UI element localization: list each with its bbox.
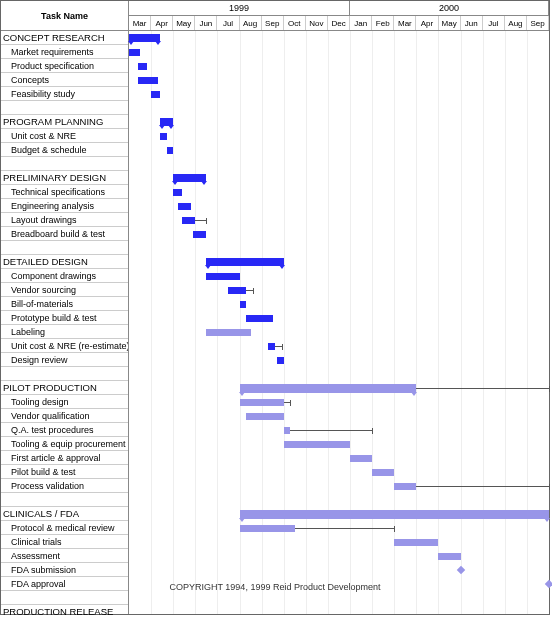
gantt-bar [129, 49, 140, 56]
gantt-bar [167, 147, 174, 154]
gantt-bar [268, 343, 275, 350]
task-row: Layout drawings [1, 213, 128, 227]
month-label: Sep [527, 16, 549, 30]
slack-line [290, 430, 372, 431]
task-row: PRELIMINARY DESIGN [1, 171, 128, 185]
month-label: Aug [240, 16, 262, 30]
spacer-row [1, 241, 128, 255]
gantt-bar [173, 174, 206, 182]
task-row: Engineering analysis [1, 199, 128, 213]
gantt-bar [138, 63, 147, 70]
gantt-bar [240, 510, 549, 519]
gantt-bar [138, 77, 158, 84]
slack-line [275, 346, 282, 347]
copyright-footer: COPYRIGHT 1994, 1999 Reid Product Develo… [1, 582, 549, 592]
task-row: Tooling design [1, 395, 128, 409]
task-row: Tooling & equip procurement [1, 437, 128, 451]
task-row: Unit cost & NRE [1, 129, 128, 143]
task-row: Process validation [1, 479, 128, 493]
task-row: Product specification [1, 59, 128, 73]
month-label: May [439, 16, 461, 30]
gantt-bar [284, 427, 291, 434]
task-row: PRODUCTION RELEASE [1, 605, 128, 617]
month-label: Oct [284, 16, 306, 30]
task-row: Assessment [1, 549, 128, 563]
gantt-bar [350, 455, 372, 462]
month-label: Jul [483, 16, 505, 30]
task-row: Vendor qualification [1, 409, 128, 423]
task-row: Labeling [1, 325, 128, 339]
task-row: Feasibility study [1, 87, 128, 101]
gantt-bar [240, 399, 284, 406]
milestone-icon [456, 566, 464, 574]
task-row: Design review [1, 353, 128, 367]
month-label: Apr [151, 16, 173, 30]
gantt-bar [182, 217, 195, 224]
task-row: DETAILED DESIGN [1, 255, 128, 269]
gantt-bar [394, 539, 438, 546]
year-row: 19992000 [129, 1, 549, 16]
gantt-bar [277, 357, 284, 364]
task-row: Component drawings [1, 269, 128, 283]
gantt-bar [173, 189, 182, 196]
gantt-bar [206, 329, 250, 336]
spacer-row [1, 493, 128, 507]
gantt-chart: Task Name 19992000 MarAprMayJunJulAugSep… [0, 0, 550, 615]
task-row: Protocol & medical review [1, 521, 128, 535]
gantt-bar [240, 301, 247, 308]
task-row: Clinical trials [1, 535, 128, 549]
spacer-row [1, 157, 128, 171]
header-row: Task Name 19992000 MarAprMayJunJulAugSep… [1, 1, 549, 31]
month-label: Mar [394, 16, 416, 30]
month-label: Jun [195, 16, 217, 30]
task-row: PILOT PRODUCTION [1, 381, 128, 395]
task-row: CLINICALS / FDA [1, 507, 128, 521]
footer-text: COPYRIGHT 1994, 1999 Reid Product Develo… [170, 582, 381, 592]
month-row: MarAprMayJunJulAugSepOctNovDecJanFebMarA… [129, 16, 549, 30]
month-label: Sep [262, 16, 284, 30]
month-label: Jan [350, 16, 372, 30]
gantt-bar [438, 553, 460, 560]
gantt-bar [372, 469, 394, 476]
task-row: Prototype build & test [1, 311, 128, 325]
gantt-bar [129, 34, 160, 42]
task-row: Technical specifications [1, 185, 128, 199]
month-label: Mar [129, 16, 151, 30]
month-label: Nov [306, 16, 328, 30]
task-column-header: Task Name [1, 1, 129, 31]
task-row: Bill-of-materials [1, 297, 128, 311]
month-label: May [173, 16, 195, 30]
gantt-bar [394, 483, 416, 490]
slack-line [246, 290, 253, 291]
timeline-header: 19992000 MarAprMayJunJulAugSepOctNovDecJ… [129, 1, 549, 30]
gantt-bar [240, 525, 295, 532]
gantt-bar [284, 441, 350, 448]
task-row: FDA submission [1, 563, 128, 577]
spacer-row [1, 367, 128, 381]
month-label: Dec [328, 16, 350, 30]
task-row: Market requirements [1, 45, 128, 59]
gantt-bar [206, 273, 239, 280]
task-row: First article & approval [1, 451, 128, 465]
chart-area [129, 31, 549, 614]
slack-line [284, 402, 291, 403]
gantt-bar [151, 91, 160, 98]
spacer-row [1, 591, 128, 605]
task-row: Pilot build & test [1, 465, 128, 479]
slack-line [416, 486, 549, 487]
month-label: Feb [372, 16, 394, 30]
gantt-bar [246, 315, 273, 322]
task-row: Vendor sourcing [1, 283, 128, 297]
slack-line [295, 528, 394, 529]
gantt-bar [206, 258, 283, 266]
month-label: Aug [505, 16, 527, 30]
task-row: Unit cost & NRE (re-estimate) [1, 339, 128, 353]
gantt-bar [193, 231, 206, 238]
slack-line [195, 220, 206, 221]
gantt-bar [178, 203, 191, 210]
task-row: Budget & schedule [1, 143, 128, 157]
month-label: Apr [416, 16, 438, 30]
task-row: Q.A. test procedures [1, 423, 128, 437]
month-label: Jul [217, 16, 239, 30]
task-row: Breadboard build & test [1, 227, 128, 241]
